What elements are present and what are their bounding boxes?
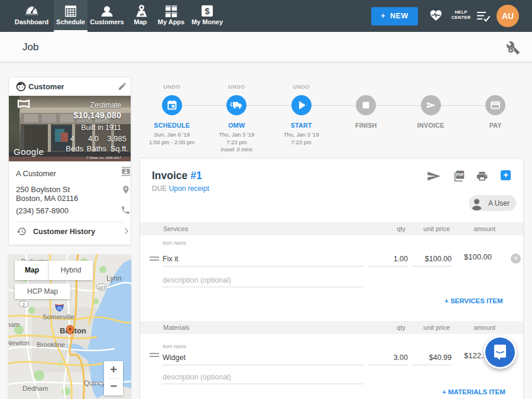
svg-text:PDF: PDF bbox=[456, 173, 464, 177]
svg-text:$: $ bbox=[205, 7, 209, 16]
svg-text:93: 93 bbox=[57, 306, 62, 310]
